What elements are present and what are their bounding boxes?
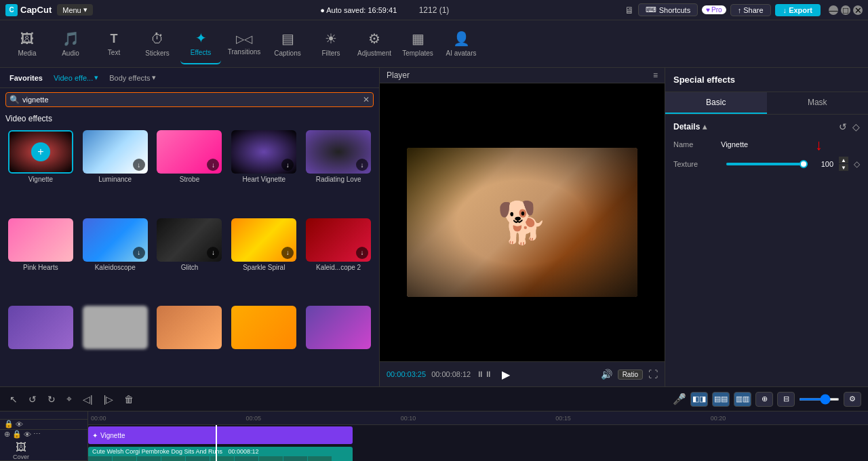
- ruler-05: 00:05: [245, 415, 400, 422]
- redo-button[interactable]: ↻: [45, 393, 58, 406]
- effect-glitch[interactable]: ↓ Glitch: [155, 218, 225, 302]
- shortcuts-button[interactable]: ⌨ Shortcuts: [638, 3, 698, 16]
- tool-text[interactable]: T Text: [94, 24, 134, 64]
- cover-label[interactable]: 🖼 Cover: [4, 441, 38, 460]
- mic-icon[interactable]: 🎤: [673, 393, 686, 405]
- video-add-icon[interactable]: ⊕: [4, 430, 10, 439]
- diamond-action-icon[interactable]: ◇: [852, 121, 860, 132]
- effect-vignette[interactable]: + Vignette: [5, 130, 76, 214]
- texture-decrement[interactable]: ▼: [839, 164, 848, 171]
- vignette-thumb: +: [8, 130, 73, 174]
- playhead[interactable]: [216, 425, 217, 461]
- share-icon: ↑: [738, 6, 742, 14]
- delete-button[interactable]: 🗑: [121, 393, 136, 406]
- effect-sparkle-spiral[interactable]: ↓ Sparkle Spiral: [229, 218, 299, 302]
- tool-ai-avatars[interactable]: 👤 AI avatars: [441, 24, 481, 64]
- topbar: C CapCut Menu ▾ ● Auto saved: 16:59:41 1…: [0, 0, 868, 20]
- tl-btn-4[interactable]: ⊕: [755, 392, 773, 407]
- volume-icon[interactable]: 🔊: [601, 369, 612, 380]
- zoom-slider[interactable]: [799, 398, 840, 401]
- player-menu-icon[interactable]: ≡: [653, 71, 658, 80]
- play-button[interactable]: ▶: [498, 366, 514, 382]
- strobe-thumb: ↓: [157, 130, 222, 174]
- tool-transitions[interactable]: ▷◁ Transitions: [224, 24, 264, 64]
- tl-btn-5[interactable]: ⊟: [777, 392, 795, 407]
- current-time: 00:00:03:25: [387, 370, 426, 378]
- ratio-button[interactable]: Ratio: [618, 369, 643, 380]
- effect-heart-vignette[interactable]: ↓ Heart Vignette: [229, 130, 299, 214]
- effect-track[interactable]: ✦ Vignette: [88, 426, 353, 444]
- effect-row3d[interactable]: [229, 306, 299, 382]
- timeline-right-controls: 🎤 ◧◨ ▤▤ ▥▥ ⊕ ⊟ ⚙: [673, 392, 861, 407]
- tab-basic[interactable]: Basic: [665, 92, 767, 114]
- timeline-body: 🔒 👁 ⊕ 🔒 👁 ⋯ 🖼 Cover: [0, 412, 868, 461]
- texture-increment[interactable]: ▲: [839, 157, 848, 163]
- trim-right-button[interactable]: |▷: [101, 393, 117, 406]
- video-more-icon[interactable]: ⋯: [33, 430, 41, 439]
- tl-btn-1[interactable]: ◧◨: [690, 392, 708, 407]
- undo-button[interactable]: ↺: [26, 393, 39, 406]
- effect-kaleidoscope[interactable]: ↓ Kaleidoscope: [80, 218, 151, 302]
- kaleidoscope2-thumb: ↓: [306, 218, 371, 262]
- lock-icon[interactable]: 🔒: [4, 420, 14, 428]
- effect-luminance[interactable]: ↓ Luminance: [80, 130, 151, 214]
- tl-btn-3[interactable]: ▥▥: [734, 392, 751, 407]
- tool-filters[interactable]: ☀ Filters: [311, 24, 351, 64]
- tab-mask[interactable]: Mask: [767, 92, 869, 114]
- split-button[interactable]: ⌖: [64, 392, 75, 406]
- effect-row3b[interactable]: [80, 306, 151, 382]
- body-effects-tab[interactable]: Body effects ▾: [105, 72, 159, 83]
- video-thumbnails: 🐕 🐕 🐕 🐕 🐕 🐕 🐕 🐕 🐕 🐕: [88, 456, 332, 461]
- tool-media[interactable]: 🖼 Media: [7, 24, 47, 64]
- minimize-button[interactable]: —: [829, 5, 838, 15]
- cursor-tool[interactable]: ↖: [7, 393, 20, 406]
- ruler-marks: 00:00 00:05 00:10 00:15 00:20: [91, 415, 865, 422]
- tool-effects[interactable]: ✦ Effects: [180, 24, 221, 64]
- tool-audio[interactable]: 🎵 Audio: [50, 24, 91, 64]
- video-preview: 🐕: [407, 148, 637, 297]
- luminance-thumb: ↓: [83, 130, 148, 174]
- pink-hearts-thumb: [8, 218, 73, 262]
- effect-row3e[interactable]: [303, 306, 374, 382]
- collapse-icon[interactable]: ▴: [703, 122, 707, 132]
- favorites-tab[interactable]: Favorites: [5, 73, 47, 83]
- reset-icon[interactable]: ↺: [839, 121, 847, 132]
- tool-adjustment[interactable]: ⚙ Adjustment: [354, 24, 395, 64]
- heart-vignette-thumb: ↓: [231, 130, 296, 174]
- keyframe-icon[interactable]: ◇: [854, 159, 860, 169]
- effect-kaleidoscope2[interactable]: ↓ Kaleid...cope 2: [303, 218, 374, 302]
- eye-icon[interactable]: 👁: [16, 420, 23, 428]
- tl-settings[interactable]: ⚙: [844, 392, 861, 407]
- trim-left-button[interactable]: ◁|: [80, 393, 96, 406]
- search-input[interactable]: [5, 92, 374, 107]
- share-button[interactable]: ↑ Share: [730, 4, 771, 16]
- effect-track-icons: 🔒 👁: [4, 420, 23, 428]
- video-track[interactable]: Cute Welsh Corgi Pembroke Dog Sits And R…: [88, 447, 353, 461]
- video-effects-tab[interactable]: Video effe... ▾: [50, 72, 102, 83]
- tool-templates[interactable]: ▦ Templates: [397, 24, 438, 64]
- details-section: Details ▴ ↺ ◇ Name Vignette ↓ Texture: [665, 115, 868, 183]
- maximize-button[interactable]: □: [841, 5, 850, 15]
- export-button[interactable]: ↓ Export: [775, 4, 821, 16]
- tool-stickers[interactable]: ⏱ Stickers: [137, 24, 178, 64]
- effect-pink-hearts[interactable]: Pink Hearts: [5, 218, 76, 302]
- clear-search-icon[interactable]: ✕: [363, 95, 370, 104]
- close-button[interactable]: ✕: [853, 5, 863, 15]
- effect-strobe[interactable]: ↓ Strobe: [155, 130, 225, 214]
- effect-row3c[interactable]: [155, 306, 225, 382]
- row3a-thumb: [8, 306, 73, 349]
- tl-btn-2[interactable]: ▤▤: [712, 392, 730, 407]
- video-eye-icon[interactable]: 👁: [24, 430, 31, 439]
- video-lock-icon[interactable]: 🔒: [12, 430, 22, 439]
- effect-row3a[interactable]: [5, 306, 76, 382]
- text-icon: T: [111, 32, 118, 46]
- kaleidoscope-label: Kaleidoscope: [95, 264, 136, 271]
- texture-slider-thumb[interactable]: [800, 160, 808, 168]
- menu-button[interactable]: Menu ▾: [57, 4, 93, 16]
- tool-captions[interactable]: ▤ Captions: [267, 24, 308, 64]
- row3b-thumb: [83, 306, 148, 349]
- timeline-ruler: 00:00 00:05 00:10 00:15 00:20: [88, 412, 868, 425]
- thumb-1: 🐕: [88, 456, 113, 461]
- fullscreen-icon[interactable]: ⛶: [648, 369, 658, 380]
- effect-radiating-love[interactable]: ↓ Radiating Love: [303, 130, 374, 214]
